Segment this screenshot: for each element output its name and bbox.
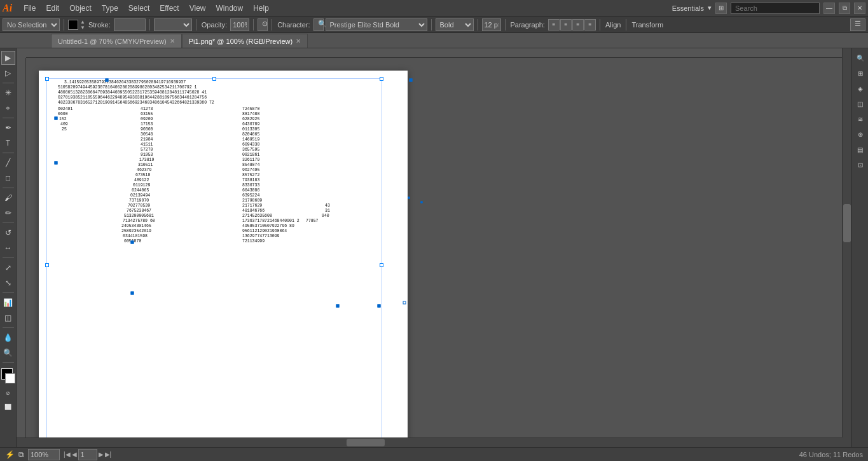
panel-search-btn[interactable]: 🔍	[853, 51, 867, 65]
stroke-value[interactable]	[114, 18, 146, 31]
scroll-thumb-v[interactable]	[843, 204, 851, 242]
menu-object[interactable]: Object	[64, 2, 97, 15]
essentials-dropdown-icon[interactable]: ▾	[708, 4, 712, 12]
panel-btn-7[interactable]: ⊡	[853, 158, 867, 172]
anchor-8[interactable]	[378, 305, 381, 308]
menu-edit[interactable]: Edit	[41, 2, 64, 15]
pen-tool[interactable]: ✒	[1, 121, 15, 135]
anchor-2[interactable]	[410, 79, 413, 82]
status-icon-2[interactable]: ⧉	[18, 450, 24, 459]
canvas-area[interactable]: 3.14159265358979323846264338327950288419…	[17, 48, 851, 447]
opacity-style-btn[interactable]: ⊙	[258, 18, 268, 31]
nav-prev[interactable]: ◀	[72, 451, 77, 458]
menu-type[interactable]: Type	[97, 2, 123, 15]
font-select[interactable]: Prestige Elite Std Bold	[326, 18, 427, 31]
screen-mode-btn[interactable]: ⬜	[1, 400, 15, 414]
paragraph-label: Paragraph:	[511, 21, 545, 29]
zoom-input[interactable]	[28, 449, 60, 460]
menu-file[interactable]: File	[18, 2, 41, 15]
opacity-input[interactable]	[230, 18, 249, 31]
font-style-select[interactable]: Bold	[436, 18, 474, 31]
magic-wand-tool[interactable]: ✳	[1, 86, 15, 100]
menu-view[interactable]: View	[184, 2, 211, 15]
direct-selection-tool[interactable]: ▷	[1, 66, 15, 80]
graph-tool[interactable]: 📊	[1, 296, 15, 310]
align-justify-btn[interactable]: ≡	[584, 19, 596, 31]
rect-tool[interactable]: □	[1, 171, 15, 185]
options-toolbar: No Selection ▲ ▼ Stroke: Opacity: ⊙ Char…	[0, 17, 868, 33]
arrange-icon[interactable]: ⊞	[715, 3, 727, 14]
nav-first[interactable]: |◀	[64, 451, 71, 458]
anchor-6[interactable]	[131, 292, 134, 295]
stroke-style[interactable]	[154, 18, 192, 31]
panel-btn-1[interactable]: ⊞	[853, 66, 867, 80]
font-size-input[interactable]	[482, 18, 501, 31]
minimize-icon[interactable]: —	[823, 3, 835, 14]
search-char-btn[interactable]: 🔍	[313, 18, 324, 31]
tab-close-pi1[interactable]: ✕	[296, 38, 301, 45]
line-tool[interactable]: ╱	[1, 156, 15, 170]
scrollbar-vertical[interactable]	[842, 48, 851, 437]
selection-tool[interactable]: ▶	[1, 51, 15, 65]
stroke-color-box[interactable]	[68, 20, 78, 30]
zoom-tool[interactable]: 🔍	[1, 346, 15, 360]
menu-select[interactable]: Select	[123, 2, 155, 15]
rotate-tool[interactable]: ↺	[1, 226, 15, 240]
anchor-5[interactable]	[131, 241, 134, 244]
view-mode-btns: ⬜	[1, 400, 15, 414]
close-icon[interactable]: ✕	[854, 3, 865, 14]
reflect-tool[interactable]: ↔	[1, 241, 15, 255]
background-color[interactable]	[5, 373, 15, 383]
cp-1	[408, 196, 410, 199]
align-center-btn[interactable]: ≡	[560, 19, 572, 31]
none-color-btn[interactable]: ⊘	[5, 390, 11, 396]
tab-untitled[interactable]: Untitled-1 @ 70% (CMYK/Preview) ✕	[51, 34, 182, 48]
panel-btn-2[interactable]: ◈	[853, 81, 867, 95]
scroll-corner	[842, 437, 851, 447]
anchor-7[interactable]	[336, 305, 340, 308]
ruler-corner	[17, 48, 26, 58]
search-input[interactable]	[731, 3, 820, 14]
gradient-tool[interactable]: ◫	[1, 311, 15, 325]
stroke-arrows[interactable]: ▲ ▼	[80, 19, 85, 31]
ruler-vertical	[17, 58, 26, 437]
pencil-tool[interactable]: ✏	[1, 206, 15, 220]
anchor-9[interactable]	[403, 301, 406, 305]
nav-last[interactable]: ▶|	[105, 451, 112, 458]
panel-btn-4[interactable]: ≋	[853, 112, 867, 126]
menu-window[interactable]: Window	[210, 2, 248, 15]
panel-btn-5[interactable]: ⊛	[853, 127, 867, 141]
scale-tool[interactable]: ⤢	[1, 261, 15, 275]
restore-icon[interactable]: ⧉	[839, 3, 850, 14]
panel-btn-6[interactable]: ▤	[853, 142, 867, 156]
menubar: Ai File Edit Object Type Select Effect V…	[0, 0, 868, 17]
lasso-tool[interactable]: ⌖	[1, 101, 15, 115]
main-area: ▶ ▷ ✳ ⌖ ✒ T ╱ □ 🖌 ✏ ↺ ↔ ⤢ ⤡ 📊 ◫ 💧 🔍 ⊘	[0, 48, 868, 447]
menu-help[interactable]: Help	[248, 2, 274, 15]
cp-2	[420, 201, 423, 203]
tab-close-untitled[interactable]: ✕	[170, 38, 175, 45]
status-icon-1[interactable]: ⚡	[5, 450, 15, 459]
panel-btn-3[interactable]: ◫	[853, 97, 867, 111]
anchor-4[interactable]	[55, 162, 58, 165]
align-right-btn[interactable]: ≡	[572, 19, 584, 31]
paintbrush-tool[interactable]: 🖌	[1, 191, 15, 205]
tab-pi1[interactable]: Pi1.png* @ 100% (RGB/Preview) ✕	[182, 34, 308, 48]
scrollbar-horizontal[interactable]	[17, 437, 842, 447]
warp-tool[interactable]: ⤡	[1, 276, 15, 290]
left-toolbar: ▶ ▷ ✳ ⌖ ✒ T ╱ □ 🖌 ✏ ↺ ↔ ⤢ ⤡ 📊 ◫ 💧 🔍 ⊘	[0, 48, 17, 447]
eyedropper-tool[interactable]: 💧	[1, 331, 15, 345]
selection-dropdown[interactable]: No Selection	[3, 18, 60, 31]
anchor-3[interactable]	[55, 117, 58, 120]
scroll-thumb-h[interactable]	[347, 439, 385, 446]
menu-effect[interactable]: Effect	[155, 2, 184, 15]
type-tool[interactable]: T	[1, 136, 15, 150]
handle-ml[interactable]	[45, 263, 49, 267]
anchor-1[interactable]	[106, 79, 109, 82]
align-buttons: ≡ ≡ ≡ ≡	[548, 19, 596, 31]
page-input[interactable]	[78, 449, 97, 460]
panel-toggle-btn[interactable]: ☰	[850, 18, 865, 31]
align-left-btn[interactable]: ≡	[548, 19, 560, 31]
handle-tl[interactable]	[45, 77, 49, 81]
nav-next[interactable]: ▶	[99, 451, 104, 458]
